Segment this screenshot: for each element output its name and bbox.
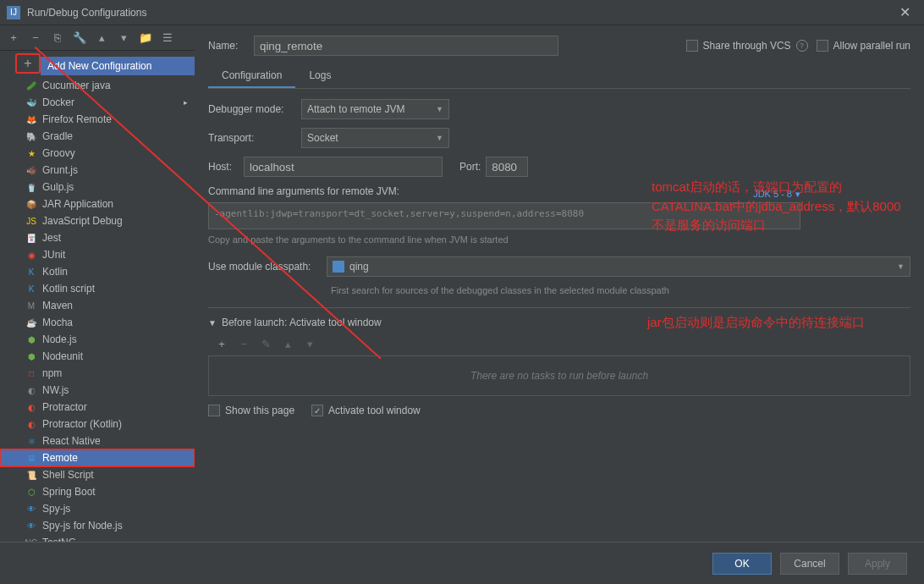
runconfig-label: Jest: [42, 232, 61, 244]
runconfig-label: npm: [42, 367, 62, 379]
titlebar: IJ Run/Debug Configurations ✕: [0, 0, 924, 25]
ok-button[interactable]: OK: [712, 553, 772, 575]
checkbox-icon[interactable]: [686, 40, 698, 52]
tab-configuration[interactable]: Configuration: [208, 64, 295, 88]
remove-button[interactable]: −: [29, 31, 42, 45]
apply-button[interactable]: Apply: [848, 553, 907, 575]
runconfig-icon: ★: [25, 147, 37, 159]
runconfig-label: NW.js: [42, 384, 69, 396]
module-select[interactable]: qing ▼: [327, 256, 910, 277]
runconfig-icon: ◐: [25, 418, 37, 430]
runconfig-item[interactable]: 🦊Firefox Remote: [0, 111, 195, 128]
up-button[interactable]: ▴: [95, 31, 108, 45]
main-content: Name: Share through VCS ? Allow parallel…: [195, 25, 924, 542]
copy-button[interactable]: ⎘: [51, 31, 64, 45]
transport-select[interactable]: Socket ▼: [301, 128, 449, 148]
runconfig-item[interactable]: ⬡Spring Boot: [0, 483, 195, 500]
tree-button[interactable]: ☰: [161, 31, 174, 45]
runconfig-icon: 🥤: [25, 181, 37, 193]
annotation-text-1: tomcat启动的话，该端口为配置的CATALINA.bat中的jdba_add…: [652, 178, 905, 235]
runconfig-label: React Native: [42, 435, 101, 447]
runconfig-icon: 🐗: [25, 164, 37, 176]
checkbox-icon[interactable]: [311, 405, 323, 416]
runconfig-item[interactable]: ◐NW.js: [0, 382, 195, 399]
runconfig-item[interactable]: ⬢Nodeunit: [0, 348, 195, 365]
runconfig-label: Gradle: [42, 130, 73, 142]
chevron-down-icon: ▼: [436, 134, 443, 142]
runconfig-item[interactable]: JSJavaScript Debug: [0, 212, 195, 229]
runconfig-item[interactable]: ☕Mocha: [0, 314, 195, 331]
plus-icon[interactable]: +: [20, 56, 36, 71]
checkbox-icon[interactable]: [208, 405, 220, 416]
runconfig-icon: 📦: [25, 198, 37, 210]
expand-icon: ▼: [208, 318, 217, 328]
transport-label: Transport:: [208, 132, 301, 144]
runconfig-item[interactable]: NGTestNG: [0, 534, 195, 542]
bl-add-button[interactable]: +: [215, 337, 228, 350]
allow-parallel-label: Allow parallel run: [833, 40, 910, 52]
window-title: Run/Debug Configurations: [27, 7, 892, 19]
runconfig-icon: K: [25, 266, 37, 278]
folder-button[interactable]: 📁: [139, 31, 152, 45]
runconfig-icon: 🖥: [25, 452, 37, 464]
runconfig-item[interactable]: ◐Protractor: [0, 399, 195, 416]
sidebar-toolbar: + − ⎘ 🔧 ▴ ▾ 📁 ☰: [0, 25, 195, 51]
runconfig-item[interactable]: 👁Spy-js: [0, 500, 195, 517]
runconfig-item[interactable]: 👁Spy-js for Node.js: [0, 517, 195, 534]
runconfig-item[interactable]: ◉JUnit: [0, 246, 195, 263]
runconfig-item[interactable]: 🥤Gulp.js: [0, 179, 195, 196]
runconfig-item[interactable]: ★Groovy: [0, 145, 195, 162]
bl-remove-button[interactable]: −: [237, 337, 250, 350]
runconfig-label: Shell Script: [42, 469, 94, 481]
runconfig-item[interactable]: KKotlin script: [0, 280, 195, 297]
chevron-down-icon: ▼: [436, 105, 443, 113]
bl-down-button[interactable]: ▾: [303, 337, 316, 350]
runconfig-label: Node.js: [42, 333, 77, 345]
runconfig-icon: 🦊: [25, 113, 37, 125]
runconfig-item[interactable]: ⬢Node.js: [0, 331, 195, 348]
runconfig-item[interactable]: ◐Protractor (Kotlin): [0, 416, 195, 432]
runconfig-icon: K: [25, 283, 37, 295]
share-vcs-check[interactable]: Share through VCS ?: [686, 40, 808, 52]
allow-parallel-check[interactable]: Allow parallel run: [817, 40, 910, 52]
runconfig-item[interactable]: □npm: [0, 365, 195, 382]
runconfig-item[interactable]: 🥒Cucumber java: [0, 77, 195, 94]
cancel-button[interactable]: Cancel: [780, 553, 839, 575]
runconfig-item[interactable]: MMaven: [0, 297, 195, 314]
help-icon[interactable]: ?: [796, 40, 808, 52]
runconfig-label: Kotlin script: [42, 283, 95, 295]
port-input[interactable]: [486, 157, 528, 177]
activate-window-check[interactable]: Activate tool window: [311, 405, 421, 416]
close-icon[interactable]: ✕: [892, 0, 917, 25]
host-input[interactable]: [244, 157, 443, 177]
runconfig-icon: ☕: [25, 317, 37, 328]
runconfig-icon: 🐳: [25, 96, 37, 108]
runconfig-item[interactable]: 📦JAR Application: [0, 196, 195, 212]
module-icon: [333, 261, 344, 273]
bl-edit-button[interactable]: ✎: [259, 337, 272, 350]
bl-up-button[interactable]: ▴: [281, 337, 294, 350]
add-button[interactable]: +: [7, 31, 20, 45]
runconfig-item[interactable]: KKotlin: [0, 263, 195, 280]
checkbox-icon[interactable]: [817, 40, 828, 52]
runconfig-item[interactable]: 🃏Jest: [0, 229, 195, 246]
runconfig-item[interactable]: 📜Shell Script: [0, 466, 195, 483]
tab-logs[interactable]: Logs: [295, 64, 344, 88]
before-launch-tasks: There are no tasks to run before launch: [208, 355, 910, 396]
debugger-mode-select[interactable]: Attach to remote JVM ▼: [301, 99, 449, 119]
runconfig-item[interactable]: 🐘Gradle: [0, 128, 195, 145]
runconfig-item[interactable]: ⚛React Native: [0, 432, 195, 449]
module-value: qing: [349, 261, 369, 273]
chevron-down-icon: ▼: [897, 262, 905, 271]
cmdline-hint: Copy and paste the arguments to the comm…: [208, 234, 910, 245]
select-value: Socket: [307, 132, 338, 144]
down-button[interactable]: ▾: [117, 31, 130, 45]
show-page-check[interactable]: Show this page: [208, 405, 294, 416]
runconfig-item[interactable]: 🖥Remote: [0, 449, 195, 466]
runconfig-icon: ⬢: [25, 333, 37, 345]
name-input[interactable]: [254, 36, 558, 56]
wrench-button[interactable]: 🔧: [73, 31, 86, 45]
runconfig-label: Gulp.js: [42, 181, 74, 193]
select-value: Attach to remote JVM: [307, 103, 404, 115]
annotation-text-2: jar包启动则是启动命令中的待连接端口: [647, 313, 901, 333]
